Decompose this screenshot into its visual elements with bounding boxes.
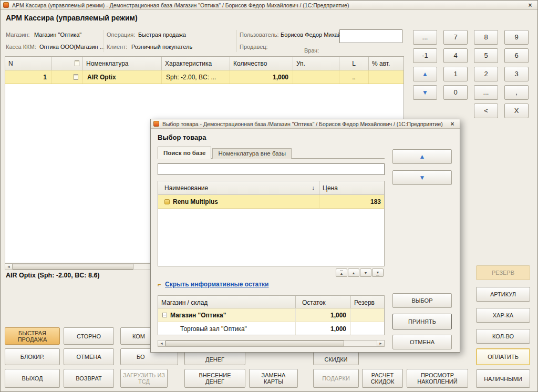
next-row-button[interactable]: ▼ [360, 269, 371, 277]
exit-button[interactable]: ВЫХОД [5, 369, 60, 388]
tab-outside-db[interactable]: Номенклатура вне базы [212, 148, 292, 159]
numpad-backspace-button[interactable]: < [474, 104, 498, 118]
cell-product-price: 183 [319, 195, 385, 208]
window-title: АРМ Кассира (управляемый режим) - Демонс… [12, 2, 525, 8]
numpad-0-button[interactable]: 0 [443, 85, 468, 100]
header-auto-discount[interactable]: % авт. [369, 57, 404, 70]
move-down-button[interactable]: ▼ [392, 170, 452, 185]
header-n[interactable]: N [5, 57, 51, 70]
kkm-value: Оптика ООО(Магазин ... [39, 44, 105, 50]
seller-label: Продавец: [240, 44, 268, 50]
header-store[interactable]: Магазин / склад [158, 296, 296, 308]
cell-product-name: Renu Multiplus [158, 195, 319, 208]
numpad-1-button[interactable]: 1 [443, 67, 468, 81]
block-button[interactable]: БЛОКИР. [5, 348, 60, 365]
scroll-thumb[interactable] [165, 341, 344, 346]
header-quantity[interactable]: Количество [230, 57, 293, 70]
quantity-button[interactable]: КОЛ-ВО [476, 329, 530, 344]
tree-collapse-icon[interactable] [162, 313, 167, 317]
goto-first-button[interactable]: ▲ [336, 269, 347, 277]
operation-label: Операция: [107, 32, 135, 38]
row-down-button[interactable]: ▼ [413, 85, 437, 100]
first-row-icon: ▲ [340, 271, 344, 275]
numpad-comma-button[interactable]: , [504, 85, 529, 100]
cash-button[interactable]: НАЛИЧНЫМИ [476, 369, 530, 388]
cell-n: 1 [5, 70, 51, 84]
header-characteristic[interactable]: Характеристика [162, 57, 230, 70]
header-l[interactable]: L [339, 57, 369, 70]
tab-search-db[interactable]: Поиск по базе [158, 147, 211, 159]
accept-button[interactable]: ПРИНЯТЬ [392, 314, 452, 329]
numpad-9-button[interactable]: 9 [504, 30, 529, 45]
goto-last-button[interactable]: ▼ [372, 269, 384, 277]
numpad-3-button[interactable]: 3 [504, 67, 529, 81]
user-value: Борисов Федор Михай... [281, 32, 346, 38]
scroll-thumb[interactable] [13, 264, 133, 270]
cell-reserve [351, 322, 385, 335]
cell-stock: 1,000 [296, 308, 351, 322]
scroll-left-icon[interactable]: ◄ [158, 341, 165, 346]
product-search-input[interactable] [158, 163, 385, 175]
product-row[interactable]: Renu Multiplus 183 [158, 195, 384, 209]
dialog-cancel-button[interactable]: ОТМЕНА [392, 335, 452, 349]
scroll-left-icon[interactable]: ◄ [5, 264, 13, 270]
cash-in-button[interactable]: ВНЕСЕНИЕ ДЕНЕГ [184, 369, 245, 388]
down-arrow-icon: ▼ [364, 271, 368, 275]
numpad-6-button[interactable]: 6 [504, 48, 529, 63]
dialog-h-scrollbar[interactable]: ◄ ► [158, 340, 385, 347]
row-up-button[interactable]: ▲ [413, 67, 437, 81]
header-pack[interactable]: Уп. [293, 57, 339, 70]
prev-row-button[interactable]: ▲ [348, 269, 359, 277]
move-up-button[interactable]: ▲ [392, 149, 452, 164]
numpad-8-button[interactable]: 8 [474, 30, 498, 45]
numpad-5-button[interactable]: 5 [474, 48, 498, 63]
scroll-track[interactable] [165, 341, 377, 346]
pay-button[interactable]: ОПЛАТИТЬ [476, 348, 530, 365]
numpad-dots2-button[interactable]: ... [474, 85, 498, 100]
numpad-4-button[interactable]: 4 [443, 48, 468, 63]
header-name[interactable]: Наименование ↓ [158, 181, 319, 194]
card-replace-button[interactable]: ЗАМЕНА КАРТЫ [249, 369, 298, 388]
items-table-row[interactable]: 1 AIR Optix Sph: -2.00, BC: ... 1,000 .. [5, 70, 404, 84]
scroll-right-icon[interactable]: ► [377, 341, 384, 346]
fast-sale-button[interactable]: БЫСТРАЯ ПРОДАЖА [5, 327, 60, 345]
cancel-button[interactable]: ОТМЕНА [64, 348, 114, 365]
header-reserve[interactable]: Резерв [351, 296, 385, 308]
stock-table-header: Магазин / склад Остаток Резерв [158, 296, 384, 308]
numpad-dots-button[interactable]: ... [413, 30, 437, 45]
stock-row[interactable]: Магазин "Оптика" 1,000 [158, 308, 384, 322]
numpad-2-button[interactable]: 2 [474, 67, 498, 81]
numpad-clear-button[interactable]: X [504, 104, 529, 118]
view-savings-button[interactable]: ПРОСМОТР НАКОПЛЕНИЙ [407, 369, 468, 388]
doctor-input[interactable] [339, 29, 402, 43]
header-nomenclature[interactable]: Номенклатура [83, 57, 162, 70]
nomenclature-icon [164, 199, 170, 204]
dialog-titlebar: Выбор товара - Демонстрационная база /Ма… [151, 119, 460, 129]
cell-stock: 1,000 [296, 322, 351, 335]
cell-quantity: 1,000 [230, 70, 293, 84]
client-value: Розничный покупатель [131, 44, 192, 50]
header-price[interactable]: Цена [319, 181, 385, 194]
discount-calc-button[interactable]: РАСЧЕТ СКИДОК [362, 369, 403, 388]
header-stock[interactable]: Остаток [296, 296, 351, 308]
numpad-minus1-button[interactable]: -1 [413, 48, 437, 63]
doctor-label: Врач: [304, 47, 319, 54]
reserve-button: РЕЗЕРВ [476, 265, 530, 280]
header-icon[interactable] [51, 57, 83, 70]
stock-row[interactable]: Торговый зал "Оптика" 1,000 [158, 322, 384, 335]
user-label: Пользователь: [240, 32, 278, 38]
dialog-close-icon[interactable]: × [448, 120, 457, 128]
refund-button[interactable]: ВОЗВРАТ [64, 369, 114, 388]
hide-stock-link[interactable]: Скрыть информативные остатки [165, 281, 269, 288]
sort-descending-icon[interactable]: ↓ [312, 184, 315, 191]
close-icon[interactable]: × [525, 2, 535, 9]
up-arrow-icon: ▲ [422, 71, 428, 77]
product-select-dialog: Выбор товара - Демонстрационная база /Ма… [150, 119, 460, 353]
select-button[interactable]: ВЫБОР [392, 293, 452, 308]
storno-button[interactable]: СТОРНО [64, 327, 114, 345]
shop-label: Магазин: [6, 32, 30, 38]
numpad: ... 7 8 9 -1 4 5 6 ▲ 1 2 3 ▼ 0 ... , < X [413, 30, 530, 119]
numpad-7-button[interactable]: 7 [443, 30, 468, 45]
article-button[interactable]: АРТИКУЛ [476, 287, 530, 302]
characteristic-button[interactable]: ХАР-КА [476, 308, 530, 323]
